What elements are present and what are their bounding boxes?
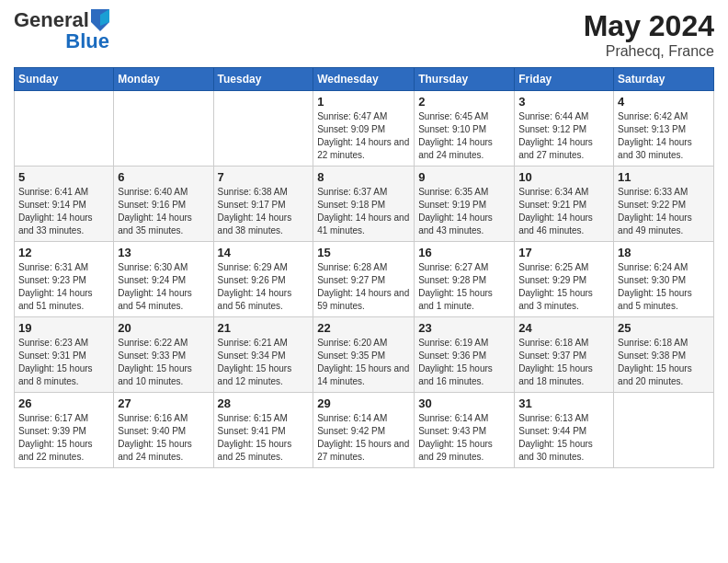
day-number: 22: [317, 321, 410, 335]
day-cell: 7Sunrise: 6:38 AMSunset: 9:17 PMDaylight…: [213, 167, 313, 242]
day-info: Sunrise: 6:25 AMSunset: 9:29 PMDaylight:…: [518, 261, 609, 313]
day-cell: 15Sunrise: 6:28 AMSunset: 9:27 PMDayligh…: [313, 242, 415, 317]
day-cell: 11Sunrise: 6:33 AMSunset: 9:22 PMDayligh…: [614, 167, 714, 242]
weekday-friday: Friday: [515, 68, 614, 91]
day-number: 10: [518, 170, 609, 184]
day-cell: 16Sunrise: 6:27 AMSunset: 9:28 PMDayligh…: [415, 242, 515, 317]
day-number: 4: [618, 95, 710, 109]
day-info: Sunrise: 6:47 AMSunset: 9:09 PMDaylight:…: [317, 110, 410, 162]
weekday-sunday: Sunday: [15, 68, 114, 91]
day-cell: 30Sunrise: 6:14 AMSunset: 9:43 PMDayligh…: [415, 393, 515, 468]
day-number: 5: [18, 170, 109, 184]
day-number: 17: [518, 246, 609, 259]
weekday-thursday: Thursday: [415, 68, 515, 91]
day-info: Sunrise: 6:23 AMSunset: 9:31 PMDaylight:…: [18, 337, 109, 388]
day-info: Sunrise: 6:30 AMSunset: 9:24 PMDaylight:…: [118, 261, 209, 313]
day-info: Sunrise: 6:15 AMSunset: 9:41 PMDaylight:…: [218, 412, 310, 464]
day-cell: 19Sunrise: 6:23 AMSunset: 9:31 PMDayligh…: [15, 317, 114, 393]
location-title: Prahecq, France: [584, 43, 714, 60]
day-cell: 12Sunrise: 6:31 AMSunset: 9:23 PMDayligh…: [15, 242, 114, 317]
day-cell: 2Sunrise: 6:45 AMSunset: 9:10 PMDaylight…: [415, 91, 515, 167]
week-row-4: 26Sunrise: 6:17 AMSunset: 9:39 PMDayligh…: [15, 393, 714, 468]
day-info: Sunrise: 6:18 AMSunset: 9:38 PMDaylight:…: [618, 337, 710, 388]
day-number: 15: [317, 246, 410, 259]
day-info: Sunrise: 6:21 AMSunset: 9:34 PMDaylight:…: [218, 337, 310, 388]
day-cell: 20Sunrise: 6:22 AMSunset: 9:33 PMDayligh…: [114, 317, 213, 393]
day-info: Sunrise: 6:38 AMSunset: 9:17 PMDaylight:…: [218, 186, 310, 237]
day-info: Sunrise: 6:40 AMSunset: 9:16 PMDaylight:…: [118, 186, 209, 237]
day-number: 8: [317, 170, 410, 184]
calendar: SundayMondayTuesdayWednesdayThursdayFrid…: [14, 67, 714, 468]
day-cell: 21Sunrise: 6:21 AMSunset: 9:34 PMDayligh…: [213, 317, 313, 393]
day-cell: 17Sunrise: 6:25 AMSunset: 9:29 PMDayligh…: [515, 242, 614, 317]
day-cell: 27Sunrise: 6:16 AMSunset: 9:40 PMDayligh…: [114, 393, 213, 468]
day-info: Sunrise: 6:17 AMSunset: 9:39 PMDaylight:…: [18, 412, 109, 464]
week-row-3: 19Sunrise: 6:23 AMSunset: 9:31 PMDayligh…: [15, 317, 714, 393]
day-cell: [213, 91, 313, 167]
day-cell: 14Sunrise: 6:29 AMSunset: 9:26 PMDayligh…: [213, 242, 313, 317]
weekday-wednesday: Wednesday: [313, 68, 415, 91]
day-cell: 8Sunrise: 6:37 AMSunset: 9:18 PMDaylight…: [313, 167, 415, 242]
day-number: 11: [618, 170, 710, 184]
title-block: May 2024 Prahecq, France: [584, 9, 714, 60]
day-cell: [15, 91, 114, 167]
day-cell: 25Sunrise: 6:18 AMSunset: 9:38 PMDayligh…: [614, 317, 714, 393]
day-info: Sunrise: 6:19 AMSunset: 9:36 PMDaylight:…: [418, 337, 510, 388]
weekday-tuesday: Tuesday: [213, 68, 313, 91]
logo: General Blue: [14, 9, 109, 52]
day-number: 14: [218, 246, 310, 259]
day-number: 16: [418, 246, 510, 259]
day-cell: 5Sunrise: 6:41 AMSunset: 9:14 PMDaylight…: [15, 167, 114, 242]
day-number: 24: [518, 321, 609, 335]
day-info: Sunrise: 6:34 AMSunset: 9:21 PMDaylight:…: [518, 186, 609, 237]
day-number: 21: [218, 321, 310, 335]
day-number: 25: [618, 321, 710, 335]
day-cell: 31Sunrise: 6:13 AMSunset: 9:44 PMDayligh…: [515, 393, 614, 468]
day-number: 9: [418, 170, 510, 184]
week-row-2: 12Sunrise: 6:31 AMSunset: 9:23 PMDayligh…: [15, 242, 714, 317]
day-info: Sunrise: 6:14 AMSunset: 9:42 PMDaylight:…: [317, 412, 410, 464]
logo-general-text: General: [14, 10, 89, 30]
day-number: 2: [418, 95, 510, 109]
day-info: Sunrise: 6:29 AMSunset: 9:26 PMDaylight:…: [218, 261, 310, 313]
day-number: 27: [118, 396, 209, 410]
day-cell: 4Sunrise: 6:42 AMSunset: 9:13 PMDaylight…: [614, 91, 714, 167]
weekday-monday: Monday: [114, 68, 213, 91]
day-info: Sunrise: 6:31 AMSunset: 9:23 PMDaylight:…: [18, 261, 109, 313]
header: General Blue May 2024 Prahecq, France: [14, 9, 714, 60]
weekday-saturday: Saturday: [614, 68, 714, 91]
day-info: Sunrise: 6:22 AMSunset: 9:33 PMDaylight:…: [118, 337, 209, 388]
day-info: Sunrise: 6:42 AMSunset: 9:13 PMDaylight:…: [618, 110, 710, 162]
day-number: 1: [317, 95, 410, 109]
day-info: Sunrise: 6:20 AMSunset: 9:35 PMDaylight:…: [317, 337, 410, 388]
day-number: 12: [18, 246, 109, 259]
day-info: Sunrise: 6:41 AMSunset: 9:14 PMDaylight:…: [18, 186, 109, 237]
day-number: 13: [118, 246, 209, 259]
day-info: Sunrise: 6:44 AMSunset: 9:12 PMDaylight:…: [518, 110, 609, 162]
day-number: 28: [218, 396, 310, 410]
day-cell: 22Sunrise: 6:20 AMSunset: 9:35 PMDayligh…: [313, 317, 415, 393]
week-row-0: 1Sunrise: 6:47 AMSunset: 9:09 PMDaylight…: [15, 91, 714, 167]
day-info: Sunrise: 6:14 AMSunset: 9:43 PMDaylight:…: [418, 412, 510, 464]
day-cell: 23Sunrise: 6:19 AMSunset: 9:36 PMDayligh…: [415, 317, 515, 393]
day-cell: [114, 91, 213, 167]
day-number: 18: [618, 246, 710, 259]
day-info: Sunrise: 6:28 AMSunset: 9:27 PMDaylight:…: [317, 261, 410, 313]
day-number: 26: [18, 396, 109, 410]
day-cell: 1Sunrise: 6:47 AMSunset: 9:09 PMDaylight…: [313, 91, 415, 167]
day-number: 20: [118, 321, 209, 335]
logo-blue-text: Blue: [65, 31, 109, 52]
logo-icon: [91, 9, 109, 31]
month-title: May 2024: [584, 9, 714, 43]
day-number: 29: [317, 396, 410, 410]
day-cell: 6Sunrise: 6:40 AMSunset: 9:16 PMDaylight…: [114, 167, 213, 242]
day-info: Sunrise: 6:37 AMSunset: 9:18 PMDaylight:…: [317, 186, 410, 237]
day-info: Sunrise: 6:18 AMSunset: 9:37 PMDaylight:…: [518, 337, 609, 388]
day-number: 23: [418, 321, 510, 335]
page: General Blue May 2024 Prahecq, France Su…: [0, 0, 728, 563]
day-info: Sunrise: 6:45 AMSunset: 9:10 PMDaylight:…: [418, 110, 510, 162]
day-cell: 26Sunrise: 6:17 AMSunset: 9:39 PMDayligh…: [15, 393, 114, 468]
day-number: 31: [518, 396, 609, 410]
day-number: 3: [518, 95, 609, 109]
day-cell: 18Sunrise: 6:24 AMSunset: 9:30 PMDayligh…: [614, 242, 714, 317]
